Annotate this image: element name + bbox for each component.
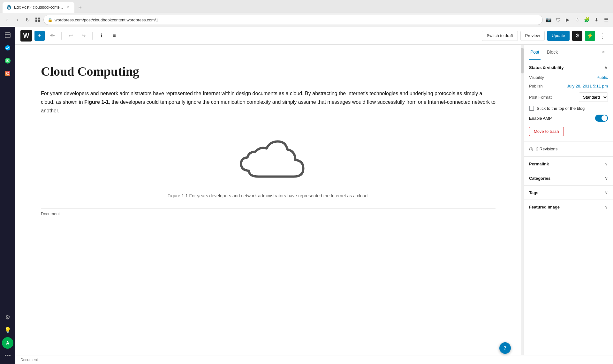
panel-tabs: Post Block × [524, 45, 613, 60]
tab-title: Edit Post ‹ cloudbookconte... [14, 5, 63, 10]
amp-button[interactable]: ⚡ [585, 31, 595, 41]
active-tab[interactable]: W Edit Post ‹ cloudbookconte... × [3, 2, 74, 13]
post-title[interactable]: Cloud Computing [41, 64, 496, 79]
visibility-label: Visibility [529, 75, 544, 80]
scrollbar-thumb[interactable] [521, 48, 524, 73]
lock-icon: 🔒 [48, 18, 53, 22]
status-visibility-title: Status & visibility [529, 65, 564, 70]
play-button[interactable]: ▶ [563, 15, 572, 24]
visibility-value[interactable]: Public [597, 75, 608, 80]
sidebar-home-icon[interactable] [2, 29, 13, 41]
redo-button[interactable]: ↪ [78, 31, 88, 41]
panel-close-button[interactable]: × [599, 48, 608, 57]
add-block-button[interactable]: + [34, 31, 45, 41]
featured-image-label: Featured image [529, 205, 560, 209]
tags-label: Tags [529, 190, 538, 195]
refresh-button[interactable]: ↻ [23, 15, 32, 24]
cloud-image [223, 125, 313, 189]
toggle-knob [602, 115, 607, 121]
back-button[interactable]: ‹ [3, 15, 11, 24]
svg-point-7 [5, 45, 10, 50]
move-to-trash-button[interactable]: Move to trash [529, 127, 564, 136]
shield-button[interactable]: 🛡 [554, 15, 563, 24]
download-button[interactable]: ⬇ [592, 15, 601, 24]
editor-content-area[interactable]: Cloud Computing For years developers and… [15, 45, 521, 355]
toolbar-divider-2 [92, 32, 93, 40]
image-caption: Figure 1-1 For years developers and netw… [168, 193, 369, 198]
svg-rect-3 [38, 18, 40, 19]
scrollbar-track[interactable] [521, 45, 524, 355]
status-visibility-body: Visibility Public Publish July 28, 2011 … [524, 75, 613, 141]
grid-button[interactable] [33, 15, 42, 24]
toolbar-divider-1 [61, 32, 62, 40]
undo-button[interactable]: ↩ [65, 31, 76, 41]
status-document-label: Document [20, 358, 38, 362]
revisions-label: 2 Revisions [536, 147, 557, 151]
permalink-section[interactable]: Permalink ∨ [524, 157, 613, 171]
browser-menu-button[interactable]: ☰ [602, 15, 610, 24]
new-tab-button[interactable]: + [76, 3, 85, 12]
sidebar-settings-icon[interactable]: ⚙ [2, 312, 13, 323]
status-bar: Document [15, 355, 613, 364]
enable-amp-row: Enable AMP [529, 115, 608, 122]
featured-image-section[interactable]: Featured image ∨ [524, 200, 613, 214]
publish-label: Publish [529, 84, 543, 88]
tab-favicon: W [6, 5, 11, 10]
heart-button[interactable]: ♡ [573, 15, 582, 24]
tags-section[interactable]: Tags ∨ [524, 186, 613, 200]
post-format-label: Post Format [529, 95, 552, 100]
sidebar-bulb-icon[interactable]: 💡 [2, 324, 13, 336]
stick-checkbox[interactable] [529, 106, 534, 111]
sidebar-instagram-icon[interactable] [2, 68, 13, 79]
svg-rect-6 [5, 33, 10, 38]
status-visibility-header[interactable]: Status & visibility ∧ [524, 60, 613, 75]
info-button[interactable]: ℹ [96, 31, 107, 41]
svg-point-12 [9, 72, 10, 72]
puzzle-button[interactable]: 🧩 [582, 15, 591, 24]
enable-amp-toggle[interactable] [595, 115, 608, 122]
preview-button[interactable]: Preview [520, 31, 545, 41]
sidebar-more-icon[interactable]: ••• [2, 350, 13, 361]
list-view-button[interactable]: ≡ [109, 31, 119, 41]
more-options-button[interactable]: ⋮ [598, 31, 608, 41]
enable-amp-label: Enable AMP [529, 116, 552, 121]
visibility-row: Visibility Public [529, 75, 608, 80]
left-sidebar: ✉ ⚙ 💡 A ••• [0, 27, 15, 364]
address-bar[interactable]: 🔒 wordpress.com/post/cloudbookcontent.wo… [43, 15, 543, 25]
revisions-icon: ◷ [529, 146, 534, 152]
stick-checkbox-row: Stick to the top of the blog [529, 106, 608, 111]
status-visibility-toggle: ∧ [604, 64, 608, 71]
sidebar-whatsapp-icon[interactable]: ✉ [2, 55, 13, 66]
categories-section[interactable]: Categories ∨ [524, 171, 613, 186]
revisions-row[interactable]: ◷ 2 Revisions [524, 141, 613, 157]
permalink-label: Permalink [529, 162, 549, 166]
settings-button[interactable]: ⚙ [572, 31, 582, 41]
document-label: Document [41, 209, 496, 219]
svg-rect-10 [5, 71, 10, 76]
svg-rect-4 [35, 20, 37, 22]
bold-ref: Figure 1-1 [84, 99, 109, 105]
publish-value[interactable]: July 28, 2011 5:11 pm [567, 84, 608, 88]
update-button[interactable]: Update [547, 31, 570, 41]
tab-post[interactable]: Post [529, 45, 541, 60]
address-text: wordpress.com/post/cloudbookcontent.word… [55, 18, 539, 22]
post-format-row: Post Format Standard [529, 92, 608, 102]
switch-to-draft-button[interactable]: Switch to draft [482, 31, 518, 41]
status-visibility-section: Status & visibility ∧ Visibility Public [524, 60, 613, 141]
svg-text:W: W [7, 6, 11, 9]
sidebar-account-icon[interactable]: A [2, 337, 13, 349]
tab-close-btn[interactable]: × [65, 5, 71, 10]
wp-logo[interactable]: W [20, 30, 32, 42]
camera-button[interactable]: 📷 [544, 15, 553, 24]
svg-rect-2 [35, 18, 37, 19]
categories-label: Categories [529, 176, 550, 181]
post-format-select[interactable]: Standard [579, 92, 608, 102]
help-button[interactable]: ? [499, 342, 511, 354]
edit-mode-button[interactable]: ✏ [47, 31, 57, 41]
permalink-chevron: ∨ [605, 161, 608, 166]
sidebar-messenger-icon[interactable] [2, 42, 13, 54]
right-panel: Post Block × Status & visibility ∧ [524, 45, 613, 355]
forward-button[interactable]: › [13, 15, 22, 24]
tab-block[interactable]: Block [546, 45, 559, 60]
wp-toolbar: W + ✏ ↩ ↪ ℹ ≡ Switch to draft Preview Up… [15, 27, 613, 45]
